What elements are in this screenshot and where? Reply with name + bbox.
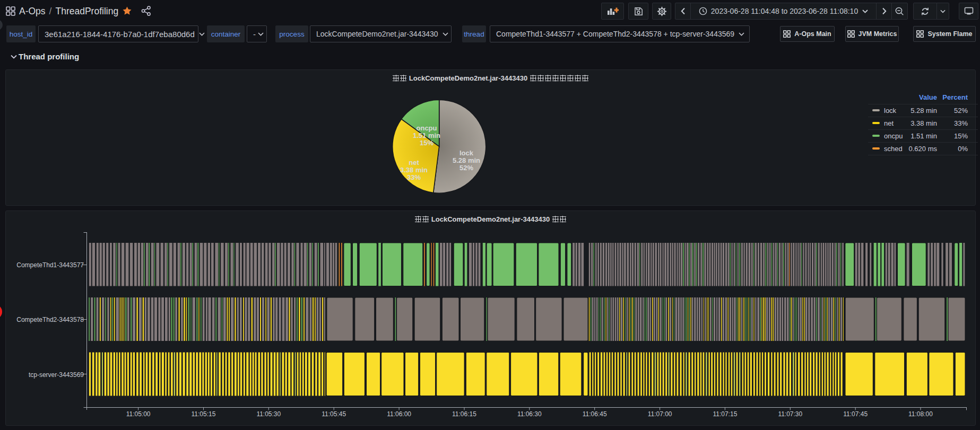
svg-text:11:06:45: 11:06:45 — [583, 410, 607, 418]
svg-text:11:07:45: 11:07:45 — [843, 410, 868, 418]
svg-text:11:05:15: 11:05:15 — [192, 410, 216, 418]
svg-text:11:07:30: 11:07:30 — [778, 410, 802, 418]
svg-text:11:06:15: 11:06:15 — [452, 410, 476, 418]
svg-text:11:05:30: 11:05:30 — [256, 410, 281, 418]
svg-text:11:07:00: 11:07:00 — [648, 410, 672, 418]
svg-text:11:05:45: 11:05:45 — [322, 410, 346, 418]
svg-text:11:05:00: 11:05:00 — [126, 410, 151, 418]
svg-text:11:06:30: 11:06:30 — [517, 410, 542, 418]
svg-text:11:07:15: 11:07:15 — [713, 410, 737, 418]
svg-text:11:08:00: 11:08:00 — [908, 410, 933, 418]
svg-text:11:06:00: 11:06:00 — [387, 410, 411, 418]
